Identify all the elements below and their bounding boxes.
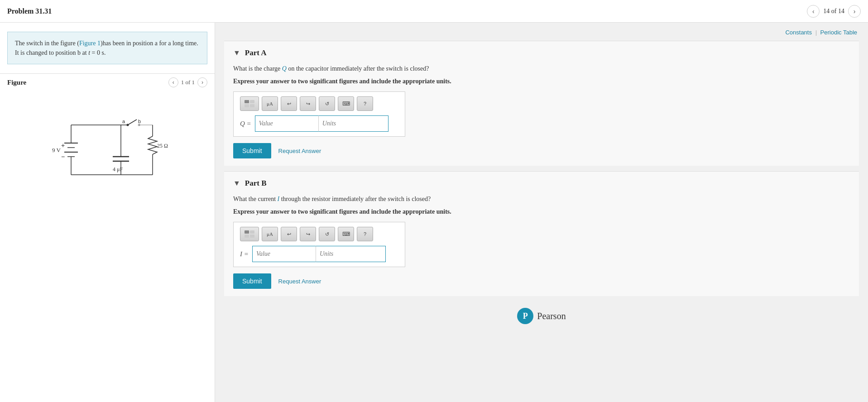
part-a-instruction: Express your answer to two significant f… [233,78,850,85]
part-a-refresh-btn[interactable]: ↺ [319,96,335,111]
part-b-mu-btn[interactable]: μA [262,227,278,241]
link-separator: | [815,29,817,36]
pearson-footer: P Pearson [224,302,859,330]
svg-line-13 [128,120,137,125]
figure-area: + − 9 V [0,91,215,402]
part-a-header: ▼ Part A [233,48,850,57]
navigation: ‹ 14 of 14 › [807,5,861,18]
problem-title: Problem 31.31 [7,7,52,15]
figure-section: Figure ‹ 1 of 1 › [0,73,215,402]
pearson-logo: P [517,308,533,324]
constants-link[interactable]: Constants [785,29,812,36]
pearson-logo-letter: P [523,311,528,321]
part-b-help-btn[interactable]: ? [357,227,373,241]
svg-text:4 μF: 4 μF [113,166,123,172]
part-b-q-before: What the current [233,196,278,202]
periodic-table-link[interactable]: Periodic Table [820,29,857,36]
svg-rect-27 [250,100,254,103]
part-b-keyboard-btn[interactable]: ⌨ [338,227,354,241]
part-b-refresh-btn[interactable]: ↺ [319,227,335,241]
part-a-q-after: on the capacitor immediately after the s… [287,65,429,72]
part-b-section: ▼ Part B What the current I through the … [224,171,859,296]
svg-text:9 V: 9 V [52,147,61,153]
nav-counter: 14 of 14 [823,8,844,15]
part-b-question: What the current I through the resistor … [233,194,850,204]
part-a-toggle[interactable]: ▼ [233,49,240,57]
svg-text:b: b [138,119,141,124]
header: Problem 31.31 ‹ 14 of 14 › [0,0,868,23]
part-b-title: Part B [245,179,267,188]
part-a-mu-btn[interactable]: μA [262,96,278,111]
svg-rect-28 [245,104,249,107]
figure-nav: ‹ 1 of 1 › [168,77,207,87]
figure-next-button[interactable]: › [197,77,207,87]
part-a-input-row: Q = [240,115,398,132]
part-a-keyboard-btn[interactable]: ⌨ [338,96,354,111]
part-b-redo-btn[interactable]: ↪ [300,227,316,241]
svg-rect-31 [250,230,254,234]
svg-text:+: + [61,142,65,149]
part-a-q-before: What is the charge [233,65,282,72]
figure-prev-button[interactable]: ‹ [168,77,178,87]
part-a-redo-btn[interactable]: ↪ [300,96,316,111]
part-b-submit-button[interactable]: Submit [233,273,271,289]
pearson-brand-name: Pearson [537,311,566,321]
main-layout: The switch in the figure (Figure 1)has b… [0,23,868,402]
part-a-section: ▼ Part A What is the charge Q on the cap… [224,41,859,166]
part-a-title: Part A [245,48,267,57]
part-b-grid-btn[interactable] [240,227,259,241]
svg-rect-26 [245,100,249,103]
part-a-var: Q [282,65,287,72]
right-panel[interactable]: Constants | Periodic Table ▼ Part A What… [215,23,868,402]
part-b-q-after: through the resistor immediately after t… [279,196,431,202]
part-a-eq-label: Q = [240,120,251,128]
left-panel: The switch in the figure (Figure 1)has b… [0,23,215,402]
part-b-units-input[interactable] [316,246,386,262]
circuit-diagram: + − 9 V [5,96,210,209]
part-a-grid-btn[interactable] [240,96,259,111]
part-b-eq-label: I = [240,250,249,258]
part-a-question: What is the charge Q on the capacitor im… [233,64,850,73]
part-a-help-btn[interactable]: ? [357,96,373,111]
part-a-answer-box: μA ↩ ↪ ↺ ⌨ ? Q = [233,91,405,137]
part-a-action-row: Submit Request Answer [233,143,850,158]
circuit-svg: + − 9 V [44,107,171,197]
part-a-value-input[interactable] [255,115,318,132]
top-links: Constants | Periodic Table [215,23,868,36]
part-b-action-row: Submit Request Answer [233,273,850,289]
part-a-request-link[interactable]: Request Answer [278,148,321,154]
part-b-toolbar: μA ↩ ↪ ↺ ⌨ ? [240,227,398,241]
parts-container: ▼ Part A What is the charge Q on the cap… [215,36,868,340]
part-a-units-input[interactable] [318,115,388,132]
part-b-header: ▼ Part B [233,179,850,188]
svg-text:−: − [61,153,65,160]
figure-link[interactable]: Figure 1 [79,40,101,47]
svg-text:25 Ω: 25 Ω [157,143,168,149]
part-a-submit-button[interactable]: Submit [233,143,271,158]
part-b-toggle[interactable]: ▼ [233,179,240,187]
desc-text-before: The switch in the figure ( [15,40,79,47]
problem-description: The switch in the figure (Figure 1)has b… [7,32,207,64]
figure-header: Figure ‹ 1 of 1 › [0,73,215,91]
part-b-instruction: Express your answer to two significant f… [233,208,850,215]
figure-counter: 1 of 1 [181,79,195,86]
svg-rect-32 [245,234,249,238]
part-a-undo-btn[interactable]: ↩ [281,96,297,111]
svg-rect-33 [250,234,254,238]
part-a-toolbar: μA ↩ ↪ ↺ ⌨ ? [240,96,398,111]
svg-rect-29 [250,104,254,107]
figure-title: Figure [7,79,26,86]
part-b-value-input[interactable] [252,246,316,262]
svg-text:a: a [122,119,125,124]
prev-button[interactable]: ‹ [807,5,820,18]
part-b-undo-btn[interactable]: ↩ [281,227,297,241]
part-b-input-row: I = [240,246,398,262]
next-button[interactable]: › [848,5,861,18]
part-b-answer-box: μA ↩ ↪ ↺ ⌨ ? I = [233,222,405,267]
svg-rect-30 [245,230,249,234]
part-b-request-link[interactable]: Request Answer [278,278,321,285]
